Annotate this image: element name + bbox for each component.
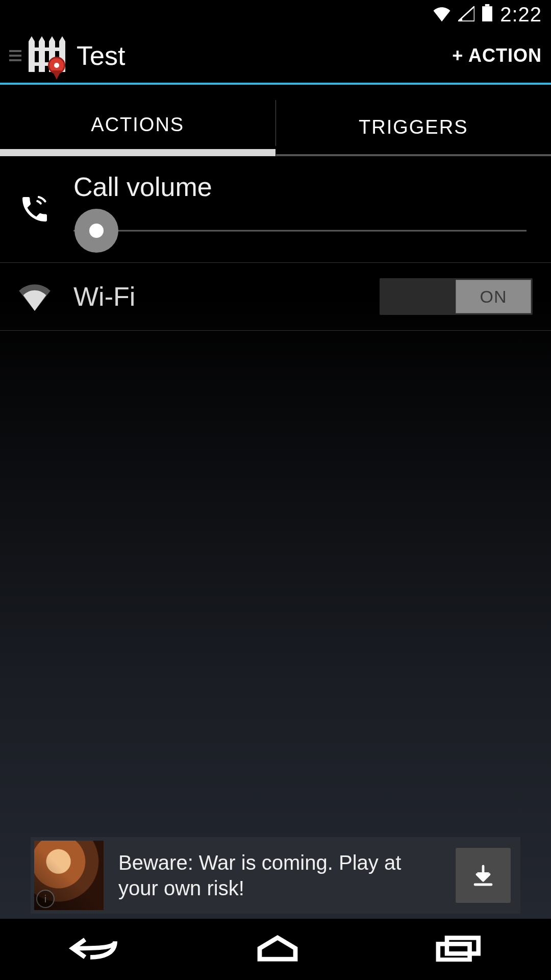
home-button[interactable] <box>255 934 300 965</box>
page-title: Test <box>77 40 125 71</box>
app-icon <box>26 34 68 77</box>
call-volume-label: Call volume <box>73 172 533 202</box>
call-volume-icon <box>14 193 55 226</box>
cell-signal-icon <box>458 3 474 26</box>
tab-row: ACTIONS TRIGGERS <box>0 100 551 156</box>
wifi-toggle-off <box>380 278 454 315</box>
ad-banner[interactable]: i Beware: War is coming. Play at your ow… <box>31 837 520 914</box>
tab-triggers[interactable]: TRIGGERS <box>276 100 552 156</box>
app-header: Test + ACTION <box>0 29 551 85</box>
recent-apps-button[interactable] <box>435 935 484 964</box>
wifi-icon <box>14 282 55 311</box>
actions-list: Call volume Wi-Fi ON <box>0 156 551 331</box>
tab-actions[interactable]: ACTIONS <box>0 100 276 156</box>
wifi-toggle[interactable]: ON <box>380 278 533 315</box>
call-volume-slider[interactable] <box>73 214 533 247</box>
ad-thumbnail: i <box>34 841 104 910</box>
list-item-wifi[interactable]: Wi-Fi ON <box>0 263 551 331</box>
ad-text: Beware: War is coming. Play at your own … <box>118 850 444 901</box>
ad-info-icon[interactable]: i <box>36 890 55 908</box>
wifi-status-icon <box>433 3 451 26</box>
ad-download-button[interactable] <box>455 847 511 903</box>
wifi-toggle-on: ON <box>456 280 531 313</box>
system-nav-bar <box>0 919 551 980</box>
status-bar: 2:22 <box>0 0 551 29</box>
wifi-label: Wi-Fi <box>73 281 361 312</box>
battery-icon <box>482 3 493 26</box>
back-button[interactable] <box>67 934 120 965</box>
svg-rect-1 <box>485 4 490 6</box>
list-item-call-volume[interactable]: Call volume <box>0 156 551 263</box>
clock-text: 2:22 <box>500 3 542 26</box>
add-action-button[interactable]: + ACTION <box>452 45 542 66</box>
svg-rect-0 <box>482 6 492 21</box>
menu-icon[interactable] <box>9 47 21 64</box>
